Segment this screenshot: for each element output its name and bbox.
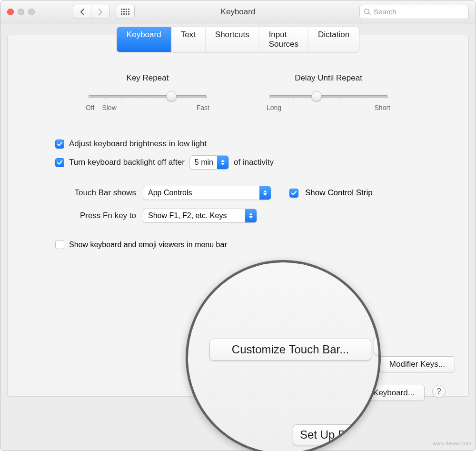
adjust-brightness-label: Adjust keyboard brightness in low light	[69, 139, 207, 149]
stepper-icon	[259, 186, 271, 200]
minimize-icon	[18, 9, 24, 15]
maximize-icon	[28, 9, 35, 15]
press-fn-select[interactable]: Show F1, F2, etc. Keys	[143, 209, 257, 223]
stepper-icon	[217, 156, 228, 169]
grid-icon	[121, 9, 129, 15]
backlight-off-label-post: of inactivity	[234, 158, 274, 167]
adjust-brightness-row: Adjust keyboard brightness in low light	[55, 139, 468, 149]
back-button[interactable]	[73, 5, 91, 19]
tab-keyboard[interactable]: Keyboard	[117, 27, 171, 52]
tab-dictation[interactable]: Dictation	[308, 27, 359, 52]
svg-line-1	[368, 13, 370, 15]
backlight-off-row: Turn keyboard backlight off after 5 min …	[55, 155, 468, 170]
svg-point-0	[365, 9, 369, 13]
touchbar-shows-label: Touch Bar shows	[55, 188, 136, 198]
key-repeat-slider[interactable]	[89, 95, 207, 98]
delay-repeat-slider[interactable]	[269, 95, 387, 98]
emoji-menubar-label: Show keyboard and emoji viewers in menu …	[69, 241, 227, 249]
key-repeat-scale: Off Slow Fast	[86, 104, 209, 111]
emoji-menubar-row: Show keyboard and emoji viewers in menu …	[55, 240, 468, 249]
search-input[interactable]	[374, 8, 465, 16]
watermark: www.deuaq.com	[433, 441, 471, 446]
backlight-timeout-value: 5 min	[195, 158, 217, 167]
touchbar-shows-row: Touch Bar shows App Controls Show Contro…	[55, 186, 468, 200]
delay-repeat-block: Delay Until Repeat Long Short	[267, 73, 390, 111]
delay-short-label: Short	[375, 104, 390, 111]
brightness-checks: Adjust keyboard brightness in low light …	[55, 139, 468, 170]
key-repeat-block: Key Repeat Off	[86, 73, 209, 111]
titlebar: Keyboard	[0, 0, 476, 23]
modifier-keys-button[interactable]: Modifier Keys...	[379, 356, 455, 372]
delay-repeat-label: Delay Until Repeat	[267, 73, 390, 83]
show-control-strip-checkbox[interactable]	[289, 189, 298, 198]
tab-input-sources[interactable]: Input Sources	[259, 27, 308, 52]
press-fn-row: Press Fn key to Show F1, F2, etc. Keys	[55, 209, 468, 223]
key-repeat-off-label: Off	[86, 104, 94, 111]
tab-text[interactable]: Text	[171, 27, 206, 52]
key-repeat-fast-label: Fast	[197, 104, 209, 111]
emoji-menubar-checkbox[interactable]	[55, 240, 64, 249]
key-repeat-thumb[interactable]	[166, 91, 177, 101]
touchbar-selects: Touch Bar shows App Controls Show Contro…	[55, 186, 468, 223]
tab-bar: Keyboard Text Shortcuts Input Sources Di…	[117, 27, 359, 52]
adjust-brightness-checkbox[interactable]	[55, 140, 64, 149]
help-button[interactable]: ?	[432, 385, 446, 398]
delay-repeat-scale: Long Short	[267, 104, 390, 111]
close-icon[interactable]	[7, 9, 14, 15]
delay-long-label: Long	[267, 104, 281, 111]
magnifier-overlay: Customize Touch Bar... difier Keys... Ke…	[186, 260, 381, 451]
key-repeat-slow-label: Slow	[102, 104, 116, 111]
key-repeat-label: Key Repeat	[86, 73, 209, 83]
stepper-icon	[245, 209, 257, 222]
search-icon	[364, 8, 371, 15]
nav-back-forward	[73, 5, 110, 19]
backlight-off-label-pre: Turn keyboard backlight off after	[69, 158, 185, 167]
window-controls	[7, 9, 35, 15]
divider	[188, 395, 378, 395]
touchbar-shows-select[interactable]: App Controls	[143, 186, 271, 200]
sliders-row: Key Repeat Off	[8, 73, 468, 111]
backlight-off-checkbox[interactable]	[55, 158, 64, 167]
show-control-strip-label: Show Control Strip	[305, 188, 373, 198]
forward-button[interactable]	[91, 5, 109, 19]
touchbar-shows-value: App Controls	[148, 189, 196, 197]
press-fn-label: Press Fn key to	[55, 211, 136, 220]
delay-repeat-thumb[interactable]	[311, 91, 322, 101]
search-field[interactable]	[359, 5, 469, 19]
customize-touch-bar-button-zoomed[interactable]: Customize Touch Bar...	[209, 339, 371, 361]
backlight-timeout-select[interactable]: 5 min	[189, 155, 229, 170]
show-all-button[interactable]	[116, 5, 135, 19]
press-fn-value: Show F1, F2, etc. Keys	[148, 211, 230, 220]
tab-shortcuts[interactable]: Shortcuts	[206, 27, 259, 52]
